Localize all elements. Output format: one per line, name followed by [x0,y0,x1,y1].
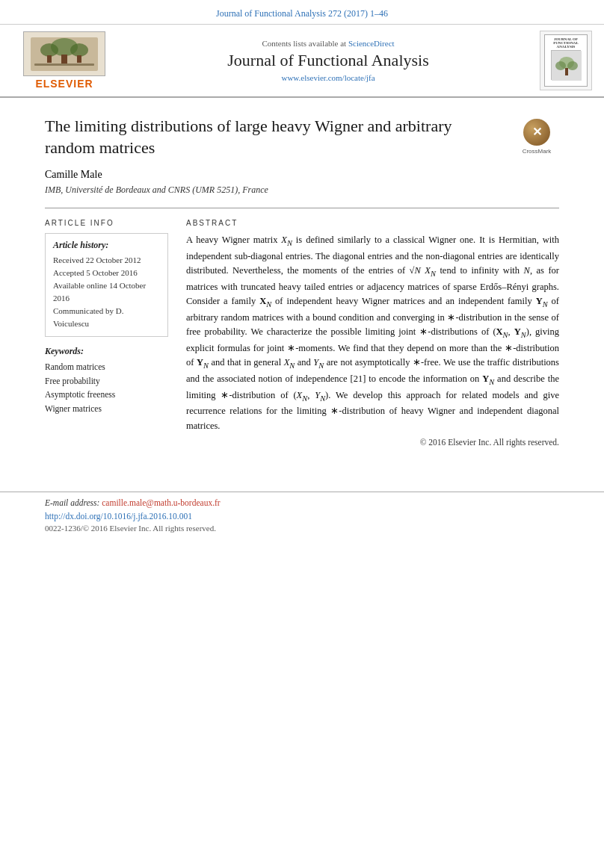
divider [45,208,559,208]
thumbnail-img [551,50,581,80]
footer-section: E-mail address: camille.male@math.u-bord… [0,492,604,540]
article-title-row: The limiting distributions of large heav… [45,116,559,158]
elsevier-label: ELSEVIER [35,78,93,90]
abstract-text: A heavy Wigner matrix XN is defined simi… [186,233,559,433]
crossmark-icon: ✕ [532,125,542,140]
svg-rect-4 [61,55,67,65]
article-info-header: ARTICLE INFO [45,219,168,227]
svg-point-3 [70,43,88,57]
two-column-section: ARTICLE INFO Article history: Received 2… [45,219,559,447]
right-column: ABSTRACT A heavy Wigner matrix XN is def… [186,219,559,447]
svg-rect-5 [47,55,52,63]
journal-ref-link[interactable]: Journal of Functional Analysis 272 (2017… [216,8,388,19]
keywords-label: Keywords: [45,346,168,357]
accepted-line: Accepted 5 October 2016 [53,267,160,279]
svg-point-11 [567,61,578,70]
received-line: Received 22 October 2012 [53,254,160,267]
journal-title-area: Contents lists available at ScienceDirec… [129,39,528,82]
keyword-2: Free probability [45,374,168,388]
journal-url: www.elsevier.com/locate/jfa [129,73,528,82]
issn-line: 0022-1236/© 2016 Elsevier Inc. All right… [45,524,559,533]
svg-point-2 [40,43,58,57]
doi-link[interactable]: http://dx.doi.org/10.1016/j.jfa.2016.10.… [45,512,192,521]
svg-rect-7 [34,63,94,66]
main-content: The limiting distributions of large heav… [0,98,604,462]
top-bar: Journal of Functional Analysis 272 (2017… [0,0,604,25]
copyright-line: © 2016 Elsevier Inc. All rights reserved… [186,438,559,447]
journal-header: ELSEVIER Contents lists available at Sci… [0,25,604,98]
crossmark-area: ✕ CrossMark [514,119,559,155]
elsevier-tree-image [23,31,105,76]
elsevier-logo-area: ELSEVIER [12,31,117,90]
svg-rect-6 [77,55,81,63]
author-name: Camille Male [45,169,559,181]
sciencedirect-link[interactable]: ScienceDirect [348,39,395,48]
svg-point-10 [555,61,566,70]
author-affiliation: IMB, Université de Bordeaux and CNRS (UM… [45,185,559,196]
contents-line: Contents lists available at ScienceDirec… [129,39,528,48]
crossmark-label: CrossMark [523,148,552,155]
article-info-box: Article history: Received 22 October 201… [45,233,168,337]
left-column: ARTICLE INFO Article history: Received 2… [45,219,168,447]
communicated-line: Communicated by D. Voiculescu [53,305,160,330]
article-history-label: Article history: [53,240,160,251]
keyword-3: Asymptotic freeness [45,388,168,401]
keywords-box: Keywords: Random matrices Free probabili… [45,346,168,415]
email-line: E-mail address: camille.male@math.u-bord… [45,498,559,507]
available-line: Available online 14 October 2016 [53,279,160,305]
thumbnail-inner: JOURNAL OFFUNCTIONALANALYSIS [544,34,588,87]
crossmark-badge[interactable]: ✕ [523,119,550,146]
keyword-1: Random matrices [45,360,168,373]
svg-rect-12 [565,68,568,75]
email-link[interactable]: camille.male@math.u-bordeaux.fr [102,498,220,507]
journal-name: Journal of Functional Analysis [129,51,528,70]
thumbnail-title: JOURNAL OFFUNCTIONALANALYSIS [553,37,579,49]
abstract-header: ABSTRACT [186,219,559,227]
email-label: E-mail address: [45,498,99,507]
keyword-4: Wigner matrices [45,402,168,415]
doi-line: http://dx.doi.org/10.1016/j.jfa.2016.10.… [45,512,559,521]
article-title: The limiting distributions of large heav… [45,116,505,158]
journal-thumbnail: JOURNAL OFFUNCTIONALANALYSIS [540,31,592,90]
